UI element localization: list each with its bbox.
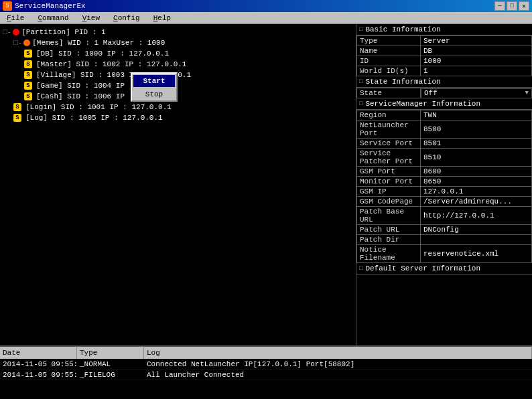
basic-info-header: □ Basic Information bbox=[356, 24, 532, 35]
menu-file[interactable]: File bbox=[3, 13, 28, 23]
log-type-2: _FILELOG bbox=[77, 371, 144, 379]
val-name: DB bbox=[421, 46, 532, 56]
default-server-header: □ Default Server Information bbox=[356, 263, 532, 274]
table-row: Region TWN bbox=[357, 110, 532, 121]
key-patch-base-url: Patch Base URL bbox=[357, 207, 421, 225]
state-info-header: □ State Information bbox=[356, 76, 532, 88]
tree-cash[interactable]: S [Cash] SID : 1006 IP : 127.0.0.1 bbox=[3, 91, 353, 102]
main-content: □- [Partition] PID : 1 □- [Memes] WID : … bbox=[0, 24, 532, 345]
maximize-button[interactable]: □ bbox=[507, 1, 517, 11]
log-col-date: Date bbox=[0, 347, 77, 359]
status-dot-orange bbox=[23, 39, 30, 46]
log-section: Date Type Log 2014-11-05 09:55:43 _NORMA… bbox=[0, 345, 532, 399]
minimize-button[interactable]: — bbox=[494, 1, 505, 11]
context-menu: Start Stop bbox=[131, 72, 178, 102]
table-row: GSM IP 127.0.0.1 bbox=[357, 187, 532, 197]
key-gsm-codepage: GSM CodePage bbox=[357, 197, 421, 207]
key-service-patcher-port: Service Patcher Port bbox=[357, 149, 421, 167]
val-service-patcher-port: 8510 bbox=[421, 149, 532, 167]
collapse-icon[interactable]: □ bbox=[359, 26, 362, 33]
collapse-icon[interactable]: □ bbox=[359, 100, 362, 107]
tree-area: □- [Partition] PID : 1 □- [Memes] WID : … bbox=[0, 24, 356, 126]
key-state: State bbox=[357, 88, 421, 98]
tree-login[interactable]: S [Login] SID : 1001 IP : 127.0.0.1 bbox=[3, 102, 353, 112]
val-region: TWN bbox=[421, 110, 532, 121]
key-gsm-ip: GSM IP bbox=[357, 187, 421, 197]
val-patch-url: DNConfig bbox=[421, 225, 532, 235]
tree-partition[interactable]: □- [Partition] PID : 1 bbox=[3, 27, 353, 37]
state-info-table: State Off ▼ bbox=[356, 88, 532, 98]
menu-config[interactable]: Config bbox=[109, 13, 144, 23]
status-dot-yellow: S bbox=[24, 92, 32, 100]
tree-label: [Login] SID : 1001 IP : 127.0.0.1 bbox=[25, 103, 172, 111]
collapse-icon[interactable]: □ bbox=[359, 265, 362, 272]
context-stop-button[interactable]: Stop bbox=[132, 88, 176, 100]
val-netlauncher-port: 8500 bbox=[421, 121, 532, 139]
key-type: Type bbox=[357, 36, 421, 46]
val-patch-dir bbox=[421, 235, 532, 245]
key-worldid: World ID(s) bbox=[357, 66, 421, 76]
collapse-icon[interactable]: □ bbox=[359, 78, 362, 85]
close-button[interactable]: ✕ bbox=[519, 1, 529, 11]
service-info-table: Region TWN NetLauncher Port 8500 Service… bbox=[356, 110, 532, 263]
service-info-title: ServiceManager Information bbox=[365, 100, 480, 108]
table-row: Name DB bbox=[357, 46, 532, 56]
right-panel: □ Basic Information Type Server Name DB … bbox=[356, 24, 532, 345]
table-row: Type Server bbox=[357, 36, 532, 46]
val-notice-filename: reservenotice.xml bbox=[421, 245, 532, 263]
table-row: Notice Filename reservenotice.xml bbox=[357, 245, 532, 263]
title-bar: S ServiceManagerEx — □ ✕ bbox=[0, 0, 532, 12]
key-id: ID bbox=[357, 56, 421, 66]
log-col-type: Type bbox=[77, 347, 144, 359]
tree-db[interactable]: S [DB] SID : 1000 IP : 127.0.0.1 bbox=[3, 48, 353, 59]
status-dot-yellow: S bbox=[24, 71, 32, 79]
status-dot-yellow: S bbox=[24, 50, 32, 58]
val-gsm-port: 8600 bbox=[421, 167, 532, 177]
status-dot-red bbox=[13, 29, 19, 35]
tree-memes[interactable]: □- [Memes] WID : 1 MaxUser : 1000 bbox=[3, 37, 353, 48]
tree-village[interactable]: S [Village] SID : 1003 IP : 127.0.0.1 bbox=[3, 70, 353, 80]
dropdown-icon[interactable]: ▼ bbox=[525, 90, 529, 96]
log-date-2: 2014-11-05 09:55:43 bbox=[0, 371, 77, 379]
status-dot-yellow: S bbox=[24, 82, 32, 90]
table-row: Patch Base URL http://127.0.0.1 bbox=[357, 207, 532, 225]
val-id: 1000 bbox=[421, 56, 532, 66]
table-row: Service Patcher Port 8510 bbox=[357, 149, 532, 167]
table-row: Monitor Port 8650 bbox=[357, 177, 532, 187]
val-monitor-port: 8650 bbox=[421, 177, 532, 187]
menu-command[interactable]: Command bbox=[34, 13, 72, 23]
state-info-title: State Information bbox=[365, 78, 440, 86]
status-dot-yellow: S bbox=[13, 103, 21, 111]
context-start-button[interactable]: Start bbox=[133, 75, 175, 87]
table-row: GSM CodePage /Server/adminrequ... bbox=[357, 197, 532, 207]
table-row: World ID(s) 1 bbox=[357, 66, 532, 76]
service-info-header: □ ServiceManager Information bbox=[356, 98, 532, 110]
basic-info-title: Basic Information bbox=[365, 25, 440, 33]
key-monitor-port: Monitor Port bbox=[357, 177, 421, 187]
table-row: NetLauncher Port 8500 bbox=[357, 121, 532, 139]
table-row: ID 1000 bbox=[357, 56, 532, 66]
table-row: Service Port 8501 bbox=[357, 139, 532, 149]
tree-master[interactable]: S [Master] SID : 1002 IP : 127.0.0.1 bbox=[3, 59, 353, 70]
val-worldid: 1 bbox=[421, 66, 532, 76]
val-patch-base-url: http://127.0.0.1 bbox=[421, 207, 532, 225]
log-col-log: Log bbox=[144, 347, 532, 359]
left-panel: □- [Partition] PID : 1 □- [Memes] WID : … bbox=[0, 24, 356, 345]
log-row-2: 2014-11-05 09:55:43 _FILELOG All Launche… bbox=[0, 370, 532, 380]
val-gsm-ip: 127.0.0.1 bbox=[421, 187, 532, 197]
key-notice-filename: Notice Filename bbox=[357, 245, 421, 263]
table-row: Patch Dir bbox=[357, 235, 532, 245]
tree-label: [Log] SID : 1005 IP : 127.0.0.1 bbox=[25, 114, 163, 122]
menu-view[interactable]: View bbox=[78, 13, 104, 23]
tree-game[interactable]: S [Game] SID : 1004 IP : 127.0.0.1 bbox=[3, 80, 353, 91]
log-type-1: _NORMAL bbox=[77, 360, 144, 368]
key-patch-dir: Patch Dir bbox=[357, 235, 421, 245]
log-row-1: 2014-11-05 09:55:43 _NORMAL Connected Ne… bbox=[0, 359, 532, 370]
tree-label: [Memes] WID : 1 MaxUser : 1000 bbox=[32, 39, 165, 47]
val-gsm-codepage: /Server/adminrequ... bbox=[421, 197, 532, 207]
tree-log[interactable]: S [Log] SID : 1005 IP : 127.0.0.1 bbox=[3, 112, 353, 123]
log-log-2: All Launcher Connected bbox=[144, 371, 532, 379]
app-title: ServiceManagerEx bbox=[15, 2, 86, 10]
val-state: Off ▼ bbox=[421, 88, 532, 98]
menu-help[interactable]: Help bbox=[149, 13, 175, 23]
